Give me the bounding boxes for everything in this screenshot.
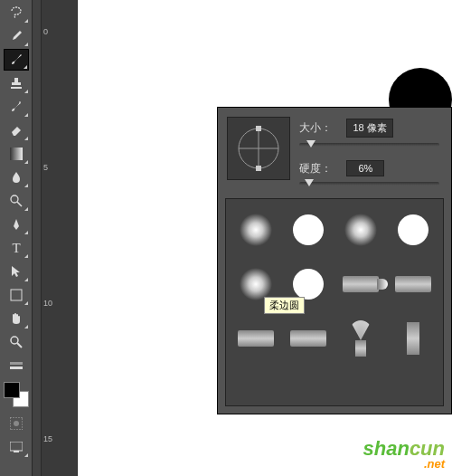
hand-tool[interactable] xyxy=(4,308,29,329)
screenmode-tool[interactable] xyxy=(4,436,29,458)
vertical-ruler: 0 5 10 15 xyxy=(42,0,78,476)
brush-preset-panel: 大小： 18 像素 硬度： 6% 柔边圆 xyxy=(217,107,452,414)
ruler-tick: 0 xyxy=(43,27,48,36)
tools-toolbar: T xyxy=(0,0,33,476)
svg-rect-9 xyxy=(14,451,19,452)
size-input[interactable]: 18 像素 xyxy=(346,119,392,138)
preset-tooltip: 柔边圆 xyxy=(264,297,305,314)
misc-tool[interactable] xyxy=(4,355,29,376)
brush-tip-preview xyxy=(227,117,290,180)
path-select-tool[interactable] xyxy=(4,261,29,282)
preset-fan-brush[interactable] xyxy=(334,311,387,366)
svg-point-1 xyxy=(11,195,18,203)
hardness-input[interactable]: 6% xyxy=(346,160,384,176)
preset-soft-round[interactable] xyxy=(230,203,282,257)
svg-rect-8 xyxy=(10,442,23,451)
svg-rect-13 xyxy=(256,126,261,131)
ruler-tick: 5 xyxy=(43,163,48,172)
hardness-slider[interactable] xyxy=(299,182,439,186)
brush-preset-grid: 柔边圆 xyxy=(225,198,444,406)
preset-round-bristle[interactable] xyxy=(334,257,387,311)
preset-flat-bristle[interactable] xyxy=(387,257,439,311)
svg-rect-0 xyxy=(10,148,23,160)
size-label: 大小： xyxy=(299,120,343,136)
svg-point-3 xyxy=(11,337,18,344)
stamp-tool[interactable] xyxy=(4,72,29,94)
eyedropper-tool[interactable] xyxy=(4,25,29,47)
quickmask-tool[interactable] xyxy=(4,413,29,434)
size-slider[interactable] xyxy=(299,143,439,147)
svg-rect-4 xyxy=(10,362,23,365)
watermark: shancun .net xyxy=(363,437,445,471)
gradient-tool[interactable] xyxy=(4,143,29,165)
history-brush-tool[interactable] xyxy=(4,96,29,118)
svg-point-7 xyxy=(14,421,19,426)
preset-soft-round[interactable] xyxy=(334,203,387,257)
preset-flat[interactable] xyxy=(230,311,282,366)
svg-rect-2 xyxy=(11,290,22,300)
ruler-tick: 15 xyxy=(43,434,52,443)
zoom-tool[interactable] xyxy=(4,331,29,353)
lasso-tool[interactable] xyxy=(4,2,29,24)
type-tool[interactable]: T xyxy=(4,237,29,259)
eraser-tool[interactable] xyxy=(4,119,29,141)
brush-tool[interactable] xyxy=(4,49,29,71)
preset-hard-round[interactable] xyxy=(282,203,334,257)
color-swatch[interactable] xyxy=(4,382,29,407)
pen-tool[interactable] xyxy=(4,214,29,235)
dodge-tool[interactable] xyxy=(4,190,29,212)
blur-tool[interactable] xyxy=(4,167,29,188)
foreground-color[interactable] xyxy=(4,382,20,398)
toolbar-divider xyxy=(33,0,42,476)
shape-tool[interactable] xyxy=(4,284,29,306)
ruler-tick: 10 xyxy=(43,299,52,308)
preset-square-brush[interactable] xyxy=(387,311,439,366)
hardness-label: 硬度： xyxy=(299,161,343,176)
preset-flat[interactable] xyxy=(282,311,334,366)
preset-hard-round[interactable] xyxy=(387,203,439,257)
svg-rect-5 xyxy=(10,367,23,369)
svg-rect-14 xyxy=(256,166,261,171)
